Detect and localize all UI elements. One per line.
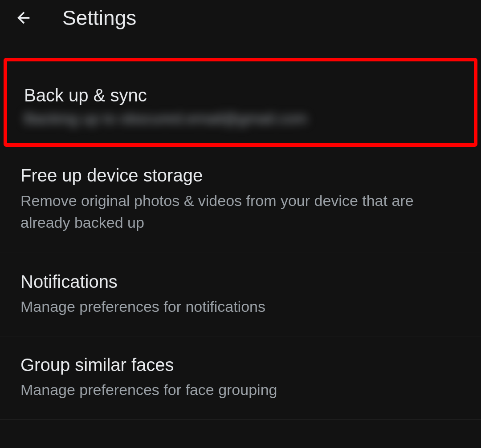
- setting-title-groupfaces: Group similar faces: [20, 355, 461, 375]
- setting-title-backup: Back up & sync: [24, 85, 457, 105]
- setting-item-free-up-storage[interactable]: Free up device storage Remove original p…: [0, 147, 481, 253]
- setting-item-backup-sync[interactable]: Back up & sync Backing up to obscured.em…: [4, 58, 477, 147]
- app-header: Settings: [0, 0, 481, 36]
- settings-list: Back up & sync Backing up to obscured.em…: [0, 36, 481, 420]
- arrow-back-icon: [15, 8, 33, 27]
- setting-subtitle-backup: Backing up to obscured.email@gmail.com: [24, 110, 457, 127]
- setting-subtitle-groupfaces: Manage preferences for face grouping: [20, 379, 461, 401]
- page-title: Settings: [62, 6, 136, 30]
- setting-title-notifications: Notifications: [20, 272, 461, 292]
- back-button[interactable]: [11, 4, 37, 31]
- setting-title-freeup: Free up device storage: [20, 165, 461, 186]
- setting-subtitle-notifications: Manage preferences for notifications: [20, 296, 461, 318]
- setting-subtitle-freeup: Remove original photos & videos from you…: [20, 190, 461, 234]
- setting-item-notifications[interactable]: Notifications Manage preferences for not…: [0, 253, 481, 337]
- setting-item-group-faces[interactable]: Group similar faces Manage preferences f…: [0, 336, 481, 420]
